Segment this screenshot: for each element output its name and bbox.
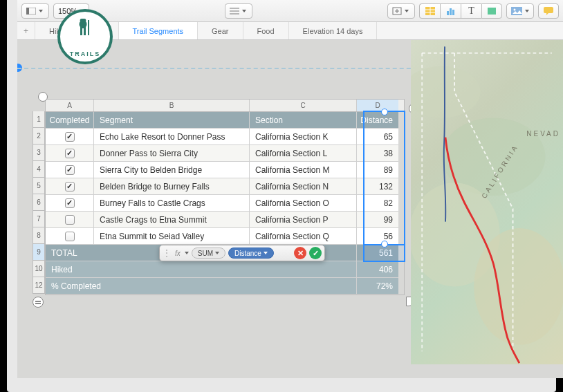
row-resize-handle[interactable]	[33, 297, 44, 308]
table-row: Donner Pass to Sierra City California Se…	[46, 145, 404, 162]
cell-section[interactable]: California Section Q	[250, 228, 357, 245]
tab-food[interactable]: Food	[243, 22, 289, 39]
header-completed[interactable]: Completed	[46, 112, 94, 129]
checkbox[interactable]	[65, 215, 75, 225]
checkbox[interactable]	[65, 165, 75, 175]
cell-section[interactable]: California Section M	[250, 162, 357, 178]
table-header-row: Completed Segment Section Distance	[46, 112, 404, 129]
cell-segment[interactable]: Sierra City to Belden Bridge	[94, 162, 250, 178]
comment-button[interactable]	[538, 3, 559, 19]
tab-gear[interactable]: Gear	[198, 22, 243, 39]
media-dropdown[interactable]	[506, 3, 534, 19]
formula-accept-button[interactable]: ✓	[309, 247, 322, 259]
cell-segment[interactable]: Burney Falls to Castle Crags	[94, 195, 250, 212]
pct-value[interactable]: 72%	[357, 278, 398, 295]
map-svg	[411, 40, 563, 364]
cell-distance[interactable]: 56	[357, 228, 398, 245]
cell-completed[interactable]	[46, 178, 94, 195]
cell-distance[interactable]: 132	[357, 178, 398, 195]
table-row: Belden Bridge to Burney Falls California…	[46, 178, 404, 195]
formula-grip-icon: ⋮	[163, 248, 171, 258]
row-header[interactable]: 1	[33, 111, 45, 128]
column-header-c[interactable]: C	[250, 100, 357, 111]
svg-rect-18	[544, 7, 553, 13]
column-headers: A B C D	[45, 99, 405, 111]
cell-distance[interactable]: 82	[357, 195, 398, 212]
row-header[interactable]: 7	[33, 211, 45, 227]
cell-completed[interactable]	[46, 212, 94, 228]
cell-section[interactable]: California Section N	[250, 178, 357, 195]
cell-segment[interactable]: Castle Crags to Etna Summit	[94, 212, 250, 228]
svg-rect-8	[425, 7, 435, 15]
cell-section[interactable]: California Section K	[250, 129, 357, 145]
formula-arg-token[interactable]: Distance	[228, 248, 274, 259]
table-row: Sierra City to Belden Bridge California …	[46, 162, 404, 178]
svg-rect-1	[26, 8, 29, 15]
row-header[interactable]: 9	[33, 244, 45, 261]
row-header[interactable]: 6	[33, 194, 45, 211]
cell-segment[interactable]: Etna Summit to Seiad Valley	[94, 228, 250, 245]
cell-distance[interactable]: 38	[357, 145, 398, 162]
formula-function-button[interactable]: SUM	[192, 248, 225, 259]
cell-segment[interactable]: Belden Bridge to Burney Falls	[94, 178, 250, 195]
header-segment[interactable]: Segment	[94, 112, 250, 129]
checkbox[interactable]	[65, 182, 75, 192]
hiked-value[interactable]: 406	[357, 261, 398, 278]
cell-completed[interactable]	[46, 162, 94, 178]
spreadsheet-table[interactable]: A B C D 1 2 3 4 5 6 7 8 9 10 12	[45, 99, 405, 295]
insert-dropdown[interactable]	[387, 3, 415, 19]
cell-completed[interactable]	[46, 129, 94, 145]
chart-button[interactable]	[440, 3, 461, 19]
table-corner-handle[interactable]	[38, 92, 48, 102]
cell-section[interactable]: California Section O	[250, 195, 357, 212]
header-distance[interactable]: Distance	[357, 112, 398, 129]
formula-editor[interactable]: ⋮ fx SUM Distance ✕ ✓	[159, 245, 325, 261]
column-header-b[interactable]: B	[94, 100, 250, 111]
logo-text: TRAILS	[70, 50, 101, 57]
row-header[interactable]: 8	[33, 227, 45, 244]
chevron-down-icon[interactable]	[185, 252, 189, 254]
cell-section[interactable]: California Section P	[250, 212, 357, 228]
cell-completed[interactable]	[46, 195, 94, 212]
row-header[interactable]: 4	[33, 161, 45, 178]
tab-elevation[interactable]: Elevation 14 days	[289, 22, 378, 39]
text-button[interactable]: T	[461, 3, 481, 19]
logo: TRAILS	[50, 33, 120, 75]
total-value[interactable]: 561	[357, 245, 398, 261]
insert-object-group: T	[419, 3, 502, 19]
cell-completed[interactable]	[46, 228, 94, 245]
checkbox[interactable]	[65, 198, 75, 208]
column-header-d[interactable]: D	[357, 100, 398, 111]
hiker-icon	[75, 17, 95, 37]
chevron-down-icon	[215, 252, 219, 254]
row-header[interactable]: 12	[33, 277, 45, 294]
formula-cancel-button[interactable]: ✕	[294, 247, 306, 259]
cell-completed[interactable]	[46, 145, 94, 162]
svg-point-20	[411, 66, 481, 118]
map-image: NEVAD CALIFORNIA	[411, 40, 563, 364]
cell-distance[interactable]: 99	[357, 212, 398, 228]
row-header[interactable]: 2	[33, 128, 45, 144]
row-header[interactable]: 5	[33, 178, 45, 194]
cell-segment[interactable]: Donner Pass to Sierra City	[94, 145, 250, 162]
header-section[interactable]: Section	[250, 112, 357, 129]
chart-icon	[446, 7, 456, 15]
list-style-dropdown[interactable]	[225, 3, 252, 19]
tab-trail-segments[interactable]: Trail Segments	[119, 22, 199, 39]
pct-label[interactable]: % Completed	[46, 278, 357, 295]
cell-distance[interactable]: 89	[357, 162, 398, 178]
cell-segment[interactable]: Echo Lake Resort to Donner Pass	[94, 129, 250, 145]
hiked-label[interactable]: Hiked	[46, 261, 357, 278]
cell-distance[interactable]: 65	[357, 129, 398, 145]
row-header[interactable]: 10	[33, 261, 45, 277]
column-header-a[interactable]: A	[46, 100, 94, 111]
shape-button[interactable]	[481, 3, 502, 19]
view-dropdown[interactable]	[21, 3, 49, 19]
row-header[interactable]: 3	[33, 144, 45, 161]
table-button[interactable]	[419, 3, 440, 19]
checkbox[interactable]	[65, 232, 75, 241]
checkbox[interactable]	[65, 149, 75, 158]
add-sheet-button[interactable]: +	[17, 22, 35, 39]
checkbox[interactable]	[65, 132, 75, 142]
cell-section[interactable]: California Section L	[250, 145, 357, 162]
